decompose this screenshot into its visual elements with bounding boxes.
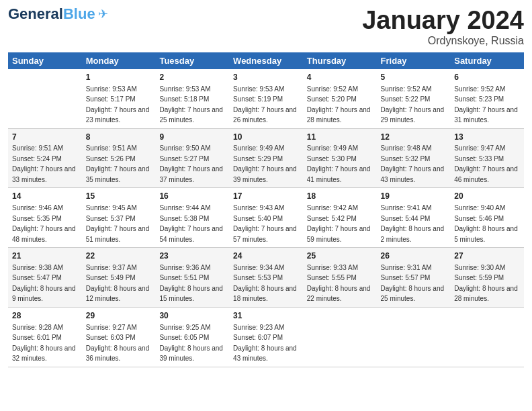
day-info: Sunrise: 9:23 AMSunset: 6:07 PMDaylight:… (233, 324, 297, 363)
calendar-cell: 28Sunrise: 9:28 AMSunset: 6:01 PMDayligh… (8, 307, 82, 367)
day-info: Sunrise: 9:52 AMSunset: 5:22 PMDaylight:… (381, 85, 445, 124)
day-info: Sunrise: 9:25 AMSunset: 6:05 PMDaylight:… (159, 324, 223, 363)
col-tuesday: Tuesday (155, 52, 229, 69)
day-info: Sunrise: 9:30 AMSunset: 5:59 PMDaylight:… (454, 264, 518, 303)
day-number: 5 (381, 72, 447, 83)
col-saturday: Saturday (450, 52, 524, 69)
logo-bird-icon: ✈ (98, 7, 108, 21)
calendar-cell: 21Sunrise: 9:38 AMSunset: 5:47 PMDayligh… (8, 248, 82, 308)
calendar-cell: 23Sunrise: 9:36 AMSunset: 5:51 PMDayligh… (155, 248, 229, 308)
calendar-cell: 7Sunrise: 9:51 AMSunset: 5:24 PMDaylight… (8, 128, 82, 188)
calendar-cell: 14Sunrise: 9:46 AMSunset: 5:35 PMDayligh… (8, 188, 82, 248)
calendar-cell: 1Sunrise: 9:53 AMSunset: 5:17 PMDaylight… (82, 69, 156, 128)
day-number: 4 (307, 72, 373, 83)
day-info: Sunrise: 9:27 AMSunset: 6:03 PMDaylight:… (86, 324, 150, 363)
day-info: Sunrise: 9:48 AMSunset: 5:32 PMDaylight:… (381, 144, 445, 183)
calendar-cell: 2Sunrise: 9:53 AMSunset: 5:18 PMDaylight… (155, 69, 229, 128)
day-number: 2 (159, 72, 225, 83)
day-number: 27 (454, 250, 520, 262)
logo: GeneralBlue ✈ (8, 7, 108, 21)
calendar-cell: 22Sunrise: 9:37 AMSunset: 5:49 PMDayligh… (82, 248, 156, 308)
calendar-week-row: 1Sunrise: 9:53 AMSunset: 5:17 PMDaylight… (8, 69, 524, 128)
day-info: Sunrise: 9:53 AMSunset: 5:19 PMDaylight:… (233, 85, 297, 124)
day-info: Sunrise: 9:51 AMSunset: 5:24 PMDaylight:… (12, 144, 76, 183)
calendar-header-row: Sunday Monday Tuesday Wednesday Thursday… (8, 52, 524, 69)
day-info: Sunrise: 9:49 AMSunset: 5:30 PMDaylight:… (307, 144, 371, 183)
day-info: Sunrise: 9:45 AMSunset: 5:37 PMDaylight:… (86, 204, 150, 243)
calendar-week-row: 7Sunrise: 9:51 AMSunset: 5:24 PMDaylight… (8, 128, 524, 188)
calendar-cell: 16Sunrise: 9:44 AMSunset: 5:38 PMDayligh… (155, 188, 229, 248)
day-number: 3 (233, 72, 299, 83)
day-info: Sunrise: 9:38 AMSunset: 5:47 PMDaylight:… (12, 264, 76, 303)
day-number: 7 (12, 132, 78, 143)
calendar-cell: 30Sunrise: 9:25 AMSunset: 6:05 PMDayligh… (155, 307, 229, 367)
month-title: January 2024 (362, 7, 524, 35)
calendar-cell: 27Sunrise: 9:30 AMSunset: 5:59 PMDayligh… (450, 248, 524, 308)
calendar-cell: 20Sunrise: 9:40 AMSunset: 5:46 PMDayligh… (450, 188, 524, 248)
calendar-cell: 25Sunrise: 9:33 AMSunset: 5:55 PMDayligh… (303, 248, 377, 308)
day-info: Sunrise: 9:51 AMSunset: 5:26 PMDaylight:… (86, 144, 150, 183)
logo-text: GeneralBlue (8, 7, 95, 21)
calendar-week-row: 21Sunrise: 9:38 AMSunset: 5:47 PMDayligh… (8, 248, 524, 308)
day-number: 22 (86, 250, 152, 262)
calendar-cell: 17Sunrise: 9:43 AMSunset: 5:40 PMDayligh… (229, 188, 303, 248)
calendar-cell: 29Sunrise: 9:27 AMSunset: 6:03 PMDayligh… (82, 307, 156, 367)
day-number: 28 (12, 310, 78, 322)
day-number: 10 (233, 132, 299, 143)
col-thursday: Thursday (303, 52, 377, 69)
calendar-cell (303, 307, 377, 367)
col-monday: Monday (82, 52, 156, 69)
day-info: Sunrise: 9:44 AMSunset: 5:38 PMDaylight:… (159, 204, 223, 243)
day-info: Sunrise: 9:33 AMSunset: 5:55 PMDaylight:… (307, 264, 371, 303)
day-info: Sunrise: 9:42 AMSunset: 5:42 PMDaylight:… (307, 204, 371, 243)
col-sunday: Sunday (8, 52, 82, 69)
calendar-week-row: 28Sunrise: 9:28 AMSunset: 6:01 PMDayligh… (8, 307, 524, 367)
calendar-cell: 9Sunrise: 9:50 AMSunset: 5:27 PMDaylight… (155, 128, 229, 188)
day-number: 14 (12, 191, 78, 202)
day-info: Sunrise: 9:47 AMSunset: 5:33 PMDaylight:… (454, 144, 518, 183)
day-number: 12 (381, 132, 447, 143)
day-number: 20 (454, 191, 520, 202)
day-number: 23 (159, 250, 225, 262)
day-number: 13 (454, 132, 520, 143)
day-number: 6 (454, 72, 520, 83)
day-number: 24 (233, 250, 299, 262)
calendar-cell (377, 307, 451, 367)
calendar-cell: 6Sunrise: 9:52 AMSunset: 5:23 PMDaylight… (450, 69, 524, 128)
calendar-cell: 4Sunrise: 9:52 AMSunset: 5:20 PMDaylight… (303, 69, 377, 128)
day-info: Sunrise: 9:53 AMSunset: 5:18 PMDaylight:… (159, 85, 223, 124)
title-section: January 2024 Ordynskoye, Russia (362, 7, 524, 47)
calendar-cell: 19Sunrise: 9:41 AMSunset: 5:44 PMDayligh… (377, 188, 451, 248)
calendar-cell: 8Sunrise: 9:51 AMSunset: 5:26 PMDaylight… (82, 128, 156, 188)
day-number: 9 (159, 132, 225, 143)
day-info: Sunrise: 9:52 AMSunset: 5:20 PMDaylight:… (307, 85, 371, 124)
day-number: 1 (86, 72, 152, 83)
calendar-cell: 12Sunrise: 9:48 AMSunset: 5:32 PMDayligh… (377, 128, 451, 188)
day-info: Sunrise: 9:41 AMSunset: 5:44 PMDaylight:… (381, 204, 445, 243)
header: GeneralBlue ✈ January 2024 Ordynskoye, R… (8, 7, 524, 47)
calendar-cell: 26Sunrise: 9:31 AMSunset: 5:57 PMDayligh… (377, 248, 451, 308)
day-info: Sunrise: 9:31 AMSunset: 5:57 PMDaylight:… (381, 264, 445, 303)
day-info: Sunrise: 9:53 AMSunset: 5:17 PMDaylight:… (86, 85, 150, 124)
day-number: 11 (307, 132, 373, 143)
day-info: Sunrise: 9:40 AMSunset: 5:46 PMDaylight:… (454, 204, 518, 243)
day-info: Sunrise: 9:49 AMSunset: 5:29 PMDaylight:… (233, 144, 297, 183)
day-info: Sunrise: 9:46 AMSunset: 5:35 PMDaylight:… (12, 204, 76, 243)
calendar-cell: 15Sunrise: 9:45 AMSunset: 5:37 PMDayligh… (82, 188, 156, 248)
day-number: 26 (381, 250, 447, 262)
day-info: Sunrise: 9:37 AMSunset: 5:49 PMDaylight:… (86, 264, 150, 303)
calendar-cell: 3Sunrise: 9:53 AMSunset: 5:19 PMDaylight… (229, 69, 303, 128)
calendar-cell: 11Sunrise: 9:49 AMSunset: 5:30 PMDayligh… (303, 128, 377, 188)
location: Ordynskoye, Russia (362, 35, 524, 47)
calendar-cell (450, 307, 524, 367)
calendar-table: Sunday Monday Tuesday Wednesday Thursday… (8, 52, 524, 367)
calendar-cell: 10Sunrise: 9:49 AMSunset: 5:29 PMDayligh… (229, 128, 303, 188)
day-info: Sunrise: 9:34 AMSunset: 5:53 PMDaylight:… (233, 264, 297, 303)
day-number: 29 (86, 310, 152, 322)
day-number: 18 (307, 191, 373, 202)
day-number: 31 (233, 310, 299, 322)
col-friday: Friday (377, 52, 451, 69)
day-info: Sunrise: 9:50 AMSunset: 5:27 PMDaylight:… (159, 144, 223, 183)
day-number: 8 (86, 132, 152, 143)
day-info: Sunrise: 9:43 AMSunset: 5:40 PMDaylight:… (233, 204, 297, 243)
